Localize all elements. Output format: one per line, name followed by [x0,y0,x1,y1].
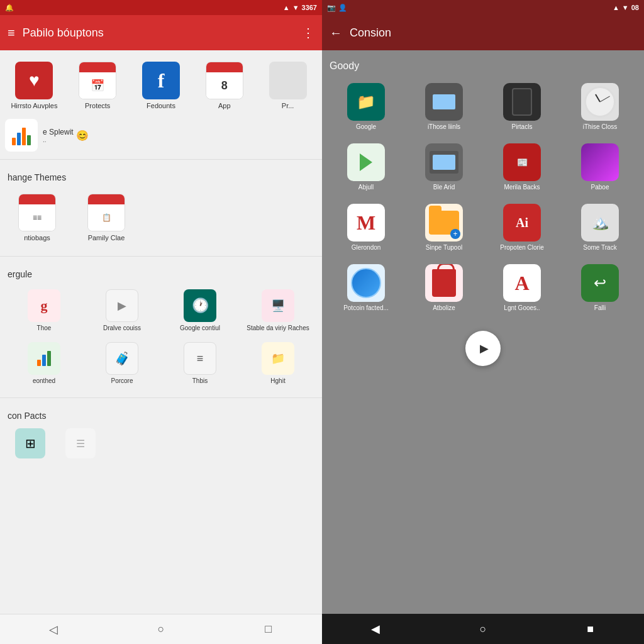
icon-pack-row: ⊞ ☰ [0,423,322,466]
status-bar-right-icons: ▲ ▼ 3367 [283,4,317,11]
cal-body: 📅 [91,72,104,99]
teal-grid-icon: ⊞ [25,436,36,451]
app-item-fedounts[interactable]: f Fedounts [130,58,193,114]
label-eonthed: eonthed [33,377,55,385]
app-icon-protects: 📅 [79,62,116,99]
globe-icon [351,268,381,298]
theme-item-pamily[interactable]: 📋 Pamily Clae [72,190,141,246]
grid-icon-ble [425,143,463,181]
app-label-fedounts: Fedounts [147,102,175,110]
arrow-icon: ↩ [594,274,606,292]
app-item-hirrsto[interactable]: ♥ Hirrsto Auvples [3,58,66,114]
grid-label-google: Google [356,123,376,131]
grid-icon-atbolize [425,264,463,302]
app-label-pr: Pr... [282,102,294,110]
bc2-b2 [42,355,46,366]
bag-icon: 🧳 [114,351,130,366]
grid-app-merila[interactable]: 📰 Merila Backs [486,140,558,195]
right-signal-icon: ▲ [613,4,619,11]
grid-app-paboe[interactable]: Paboe [564,140,636,195]
left-content: ♥ Hirrsto Auvples 📅 Protects f [0,50,322,614]
bc2-b3 [47,351,51,366]
grid-label-paboe: Paboe [591,184,609,191]
grid-app-atbolize[interactable]: Atbolize [408,260,480,316]
grid-app-pirtacls[interactable]: Pirtacls [486,79,558,135]
icon-pack-1[interactable]: ⊞ [5,426,55,464]
grid-app-falli[interactable]: ↩ Falli [564,260,636,316]
playstore-icon [360,153,372,171]
adobe-ai-icon: Ai [516,216,528,230]
back-button[interactable]: ◁ [41,617,66,642]
theme-item-ntiobags[interactable]: ≡≡ ntiobags [3,190,72,246]
grid-icon-propoten: Ai [503,204,541,242]
left-toolbar-title: Pabilo bóuptons [23,26,302,40]
cal-header [79,62,116,72]
grid-item-thbis[interactable]: ≡ Thbis [161,337,239,390]
grid-app-some-track[interactable]: 🏔️ Some Track [564,200,636,255]
theme-icon-ntiobags: ≡≡ [18,194,56,231]
divider2 [0,256,322,257]
label-thoe: Thoe [37,325,52,332]
grid-label-potcoin: Potcoin facted... [343,304,389,312]
app-item-protects[interactable]: 📅 Protects [66,58,130,114]
cal-header2 [206,62,243,72]
more-options-icon[interactable]: ⋮ [302,25,314,40]
grid-item-porcore[interactable]: 🧳 Porcore [83,337,161,390]
ergule-section-header: ergule [0,262,322,282]
recent-button[interactable]: □ [256,617,281,642]
right-panel: 📷 👤 ▲ ▼ 08 ← Consion Goody 📁 Google [322,0,644,644]
play-button[interactable]: ▶ [465,331,501,366]
photos-icon: 🏔️ [592,214,609,231]
barchart2-icon [36,350,52,367]
label-hghit: Hghit [270,377,285,385]
right-back-button[interactable]: ◀ [363,616,388,641]
app-label-app: App [218,102,231,110]
grid-label-glerondon: Glerondon [352,244,381,252]
splewit-sub: .. [43,136,74,143]
icon-pack-icon-1: ⊞ [15,428,45,458]
grid-app-google[interactable]: 📁 Google [330,79,402,135]
grid-icon-paboe [581,143,619,181]
ergule-grid: g Thoe ▶ Dralve couiss 🕐 Google contiul [0,282,322,392]
app-item-app[interactable]: 8 App [192,58,256,114]
grid-app-glerondon[interactable]: M Glerondon [330,200,402,255]
back-icon[interactable]: ← [330,26,342,40]
grid-icon-glerondon: M [347,204,385,242]
grid-app-potcoin[interactable]: Potcoin facted... [330,260,402,316]
laptop-screen [433,94,455,109]
menu-icon[interactable]: ≡ [8,26,15,40]
grid-item-thoe[interactable]: g Thoe [5,284,83,337]
grid-app-ithose[interactable]: iThose liinls [408,79,480,135]
grid-item-google-contiul[interactable]: 🕐 Google contiul [161,284,239,337]
grid-app-ithise[interactable]: iThise Closs [564,79,636,135]
news-icon: 📰 [516,156,529,169]
grid-app-ble[interactable]: Ble Arid [408,140,480,195]
app-item-pr[interactable]: Pr... [256,58,319,114]
status-right-left: 📷 👤 [327,4,347,12]
shopping-bag-icon [432,269,456,297]
laptop-screen-2 [433,155,455,170]
grid-label-falli: Falli [594,304,606,312]
grid-icon-abjull [347,143,385,181]
left-panel: 🔔 ▲ ▼ 3367 ≡ Pabilo bóuptons ⋮ ♥ Hirrsto… [0,0,322,644]
grid-app-lgnt[interactable]: A Lgnt Gooes.. [486,260,558,316]
grid-item-eonthed[interactable]: eonthed [5,337,83,390]
signal-icon: ▲ [283,4,290,11]
right-recent-button[interactable]: ■ [578,616,603,641]
app-icon-app: 8 [206,62,243,99]
grid-app-sinpe[interactable]: + Sinpe Tupool [408,200,480,255]
splewit-row[interactable]: e Splewit .. 😊 [0,116,322,154]
heart-icon: ♥ [29,70,40,91]
icon-pack-2[interactable]: ☰ [55,426,106,464]
grid-icon-ithose [425,83,463,121]
right-home-button[interactable]: ○ [470,616,496,641]
grid-app-abjull[interactable]: Abjull [330,140,402,195]
home-button[interactable]: ○ [148,617,174,642]
grid-item-hghit[interactable]: 📁 Hghit [239,337,317,390]
right-section: Goody 📁 Google iThos [327,55,639,379]
grid-item-dralve[interactable]: ▶ Dralve couiss [83,284,161,337]
gmail-icon: M [357,211,375,235]
grid-app-propoten[interactable]: Ai Propoten Clorie [486,200,558,255]
grid-item-stable[interactable]: 🖥️ Stable da viriy Raches [239,284,317,337]
battery-time: 3367 [302,4,317,11]
